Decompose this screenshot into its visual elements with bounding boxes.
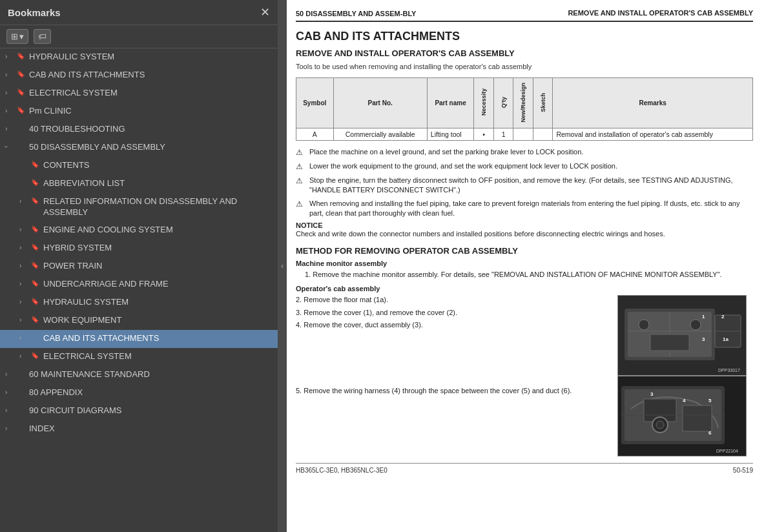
bookmark-label: WORK EQUIPMENT [43,315,121,326]
bookmark-item-work-equipment[interactable]: ›🔖WORK EQUIPMENT [0,312,278,330]
cell-qty: 1 [493,128,513,141]
svg-text:6: 6 [708,430,712,436]
doc-header-bar: 50 DISASSEMBLY AND ASSEM-BLY REMOVE AND … [296,9,753,22]
arrow-icon: › [19,198,28,205]
bookmark-item-cab-attachments-1[interactable]: ›🔖CAB AND ITS ATTACHMENTS [0,66,278,85]
arrow-icon: › [5,107,14,114]
bookmark-label: 50 DISASSEMBLY AND ASSEMBLY [29,142,165,153]
cell-symbol: A [296,128,334,141]
bookmark-icon: 🔖 [31,179,40,186]
cell-remarks: Removal and installation of operator's c… [553,128,753,141]
table-header-necessity: Necessity [474,77,494,128]
bookmark-icon: 🔖 [31,161,40,168]
arrow-icon: › [19,244,28,251]
bookmark-label: HYDRAULIC SYSTEM [43,297,129,308]
svg-point-5 [639,320,649,330]
bookmark-item-engine-cooling[interactable]: ›🔖ENGINE AND COOLING SYSTEM [0,221,278,240]
warning-text: Stop the engine, turn the battery discon… [309,176,753,196]
table-header-partno: Part No. [333,77,427,128]
bookmark-label: ELECTRICAL SYSTEM [43,351,132,362]
expand-button[interactable]: ⊞ ▾ [6,29,28,44]
bookmark-item-power-train[interactable]: ›🔖POWER TRAIN [0,258,278,276]
arrow-icon: › [5,407,14,414]
bookmark-label: CAB AND ITS ATTACHMENTS [29,70,145,81]
bookmark-label: 60 MAINTENANCE STANDARD [29,369,150,380]
warning-icon: ⚠ [296,199,306,210]
bookmark-icon: 🔖 [31,352,40,359]
table-header-remarks: Remarks [553,77,753,128]
table-header-newredesign: New/Redesign [513,77,533,128]
arrow-icon: › [5,89,14,96]
bookmark-label: ENGINE AND COOLING SYSTEM [43,225,173,236]
arrow-icon: › [19,353,28,360]
close-button[interactable]: ✕ [260,5,270,19]
machinery-image-2: DPP22104 3 4 5 6 [617,376,747,456]
bookmark-icon: 🔖 [31,261,40,269]
svg-point-21 [656,421,664,429]
steps-col: 2. Remove the floor mat (1a).3. Remove t… [296,295,611,402]
bookmark-item-circuit-diagrams-90[interactable]: › 90 CIRCUIT DIAGRAMS [0,402,278,420]
bookmark-item-electrical-system-2[interactable]: ›🔖ELECTRICAL SYSTEM [0,348,278,366]
bookmark-item-pm-clinic[interactable]: ›🔖Pm CLINIC [0,103,278,121]
collapse-handle[interactable]: ‹ [278,0,287,532]
cell-newredesign [513,128,533,141]
bookmark-label: POWER TRAIN [43,261,103,272]
bookmark-item-contents[interactable]: 🔖CONTENTS [0,157,278,175]
bookmark-item-hydraulic-system-1[interactable]: ›🔖HYDRAULIC SYSTEM [0,48,278,66]
bookmark-item-disassembly-50[interactable]: › 50 DISASSEMBLY AND ASSEMBLY [0,139,278,157]
bookmark-item-electrical-system-1[interactable]: ›🔖ELECTRICAL SYSTEM [0,85,278,103]
bookmark-icon: 🔖 [17,70,26,77]
arrow-icon: › [19,316,28,323]
tag-icon: 🏷 [38,32,46,41]
doc-footer: HB365LC-3E0, HB365NLC-3E0 50-519 [296,463,753,474]
bookmark-item-related-info[interactable]: ›🔖RELATED INFORMATION ON DISASSEMBLY AND… [0,193,278,221]
tools-intro: Tools to be used when removing and insta… [296,62,753,72]
bookmark-item-appendix-80[interactable]: › 80 APPENDIX [0,384,278,402]
table-header-sketch: Sketch [533,77,553,128]
cell-necessity: • [474,128,494,141]
arrow-icon: › [19,298,28,305]
bookmark-icon: 🔖 [17,107,26,114]
notice-box: NOTICE Check and write down the connecto… [296,221,753,239]
expand-icon: ⊞ [11,32,18,41]
image-col: DPP33017 1 2 3 1a [617,295,753,456]
tag-button[interactable]: 🏷 [34,29,51,44]
tools-table: Symbol Part No. Part name Necessity Q'ty… [296,77,753,141]
svg-text:4: 4 [683,398,686,404]
svg-text:3: 3 [702,336,705,342]
page-title: CAB AND ITS ATTACHMENTS [296,30,753,43]
method-title: METHOD FOR REMOVING OPERATOR CAB ASSEMBL… [296,246,753,256]
steps-images-row: 2. Remove the floor mat (1a).3. Remove t… [296,295,753,456]
svg-text:5: 5 [708,398,712,404]
bookmark-label: 40 TROUBLESHOOTING [29,124,125,135]
operators-cab-label: Operator's cab assembly [296,285,753,292]
bookmark-item-cab-attachments-2[interactable]: › CAB AND ITS ATTACHMENTS [0,330,278,348]
bookmark-item-maintenance-60[interactable]: › 60 MAINTENANCE STANDARD [0,366,278,384]
bookmark-item-undercarriage-frame[interactable]: ›🔖UNDERCARRIAGE AND FRAME [0,276,278,294]
bookmark-label: CAB AND ITS ATTACHMENTS [43,333,159,344]
arrow-icon: › [19,262,28,269]
cell-partno: Commercially available [333,128,427,141]
bookmark-item-troubleshooting-40[interactable]: › 40 TROUBLESHOOTING [0,121,278,139]
table-header-symbol: Symbol [296,77,334,128]
bookmark-item-hydraulic-system-2[interactable]: ›🔖HYDRAULIC SYSTEM [0,294,278,312]
bookmark-icon: 🔖 [31,298,40,305]
warning-item: ⚠Place the machine on a level ground, an… [296,147,753,158]
svg-text:3: 3 [650,391,654,397]
section-title: REMOVE AND INSTALL OPERATOR'S CAB ASSEMB… [296,48,753,58]
warnings-container: ⚠Place the machine on a level ground, an… [296,147,753,218]
svg-rect-7 [650,334,689,351]
bookmark-item-hybrid-system[interactable]: ›🔖HYBRID SYSTEM [0,240,278,258]
bookmarks-toolbar: ⊞ ▾ 🏷 [0,25,278,48]
bookmark-item-index[interactable]: › INDEX [0,420,278,438]
warning-item: ⚠When removing and installing the fuel p… [296,199,753,219]
table-header-partname: Part name [427,77,473,128]
bookmarks-header: Bookmarks ✕ [0,0,278,25]
machinery-svg-1: DPP33017 1 2 3 1a [618,296,746,375]
bookmark-item-abbreviation-list[interactable]: 🔖ABBREVIATION LIST [0,175,278,193]
bookmarks-panel: Bookmarks ✕ ⊞ ▾ 🏷 ›🔖HYDRAULIC SYSTEM›🔖CA… [0,0,278,532]
svg-text:1: 1 [702,314,705,320]
bookmark-label: 90 CIRCUIT DIAGRAMS [29,405,122,416]
chevron-left-icon: ‹ [281,261,284,271]
bookmarks-list: ›🔖HYDRAULIC SYSTEM›🔖CAB AND ITS ATTACHME… [0,48,278,532]
